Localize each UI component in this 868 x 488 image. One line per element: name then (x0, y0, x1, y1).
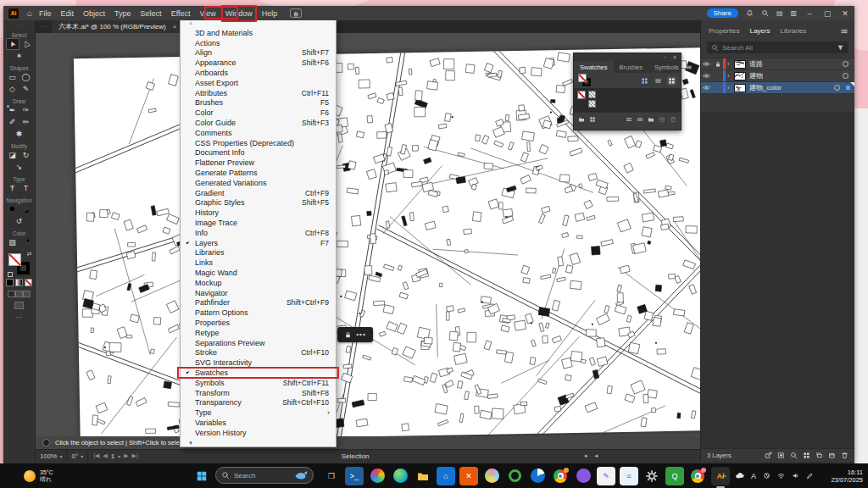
type-tool[interactable]: T (19, 182, 33, 194)
lock-icon[interactable] (712, 61, 723, 68)
weather-widget[interactable]: 35°C 晴れ (24, 469, 53, 483)
eyedropper-tool[interactable] (19, 236, 33, 248)
menu-item-magic-wand[interactable]: Magic Wand (181, 268, 336, 278)
panel-tab-layers[interactable]: Layers (749, 27, 770, 35)
magic-wand-tool[interactable]: ✶ (13, 50, 26, 62)
wifi-icon[interactable] (777, 472, 785, 480)
menu-file[interactable]: File (39, 9, 52, 18)
layer-name[interactable]: 道路 (749, 59, 763, 69)
menu-item-version-history[interactable]: Version History (181, 428, 336, 438)
visibility-eye-icon[interactable] (701, 72, 712, 80)
search-icon[interactable] (761, 9, 769, 17)
taskbar-app-loop-app[interactable] (505, 467, 524, 485)
rotation-select[interactable]: 0°▾ (67, 450, 88, 462)
delete-layer-icon[interactable] (841, 452, 849, 459)
swatch-swatch-themes-icon[interactable] (589, 116, 596, 123)
document-tab[interactable]: 六本木.ai* @ 100 % (RGB/Preview) × (52, 20, 183, 33)
status-arrows[interactable]: ▸ ◂ (585, 452, 600, 459)
menu-item-navigator[interactable]: Navigator (181, 288, 336, 298)
taskbar-app-pen-app[interactable]: ✎ (597, 467, 615, 485)
menu-window[interactable]: Window (225, 9, 253, 18)
panel-menu-icon[interactable] (685, 64, 693, 71)
last-artboard-icon[interactable]: ▶| (132, 452, 138, 459)
fill-stroke-proxy[interactable]: ⇄ (8, 253, 31, 275)
panel-tab-libraries[interactable]: Libraries (780, 27, 806, 35)
blob-brush-tool[interactable]: ✱ (13, 128, 26, 140)
menu-type[interactable]: Type (114, 9, 131, 18)
taskbar-search-box[interactable]: Search (215, 467, 314, 484)
layer-name[interactable]: 建物_color (749, 83, 782, 92)
menu-item-brushes[interactable]: BrushesF5 (181, 98, 336, 108)
menu-item-comments[interactable]: Comments (181, 128, 336, 138)
menu-item-swatches[interactable]: Swatches (181, 368, 336, 378)
arrange-documents-icon[interactable]: ▥ (790, 9, 797, 17)
close-panel-icon[interactable]: × (673, 54, 676, 60)
toolbar-handle[interactable]: ·· (3, 23, 35, 29)
menu-item-asset-export[interactable]: Asset Export (181, 78, 336, 88)
workspace-switcher-icon[interactable]: ▤ (776, 9, 783, 17)
close-tab-icon[interactable]: × (173, 23, 177, 30)
clock-sync-icon[interactable] (763, 472, 771, 480)
new-swatch-icon[interactable] (659, 116, 665, 123)
taskbar-app-pie-app[interactable] (528, 467, 547, 485)
home-icon[interactable]: ⌂ (27, 9, 32, 18)
minimize-button[interactable]: – (804, 9, 815, 18)
layer-row-color[interactable]: ›建物_color (701, 82, 854, 94)
menu-effect[interactable]: Effect (171, 9, 191, 18)
taskbar-app-settings[interactable] (643, 467, 661, 485)
menu-item-symbols[interactable]: SymbolsShift+Ctrl+F11 (181, 378, 336, 388)
none-swatch[interactable] (577, 91, 586, 99)
delete-swatch-icon[interactable] (670, 116, 676, 123)
scale-tool[interactable]: ↘ (13, 161, 26, 173)
visibility-eye-icon[interactable] (701, 84, 712, 92)
swatch-list[interactable] (574, 88, 681, 112)
filter-funnel-icon[interactable] (837, 44, 844, 52)
taskbar-app-chrome-profile-2[interactable] (688, 467, 707, 485)
menu-item-type[interactable]: Type› (181, 408, 336, 418)
menu-item-generate-patterns[interactable]: Generate Patterns (181, 168, 336, 178)
color-button[interactable] (6, 279, 14, 286)
menu-item-pattern-options[interactable]: Pattern Options (181, 308, 336, 318)
hand-tool[interactable] (19, 203, 33, 215)
rectangle-tool[interactable]: ▭ (6, 71, 19, 83)
zoom-level-select[interactable]: 100%▾ (36, 450, 67, 462)
menu-item-generated-variations[interactable]: Generated Variations (181, 178, 336, 188)
target-circle-icon[interactable] (843, 61, 849, 67)
taskbar-app-orange-app[interactable]: ✕ (459, 467, 478, 485)
expand-chevron-icon[interactable]: › (727, 84, 734, 92)
taskbar-clock[interactable]: 16:11 23/07/2025 (831, 469, 863, 484)
new-sublayer-icon[interactable] (815, 452, 823, 459)
taskbar-app-powershell[interactable]: >_ (345, 467, 364, 485)
restore-button[interactable]: ▢ (822, 9, 832, 18)
pen-tool[interactable]: ✒ (6, 104, 19, 116)
layer-row-[interactable]: ›道路 (701, 58, 854, 70)
none-button[interactable] (25, 279, 32, 286)
layers-search-field[interactable]: Search All (707, 42, 849, 53)
menu-item-libraries[interactable]: Libraries (181, 248, 336, 258)
fill-proxy-none[interactable] (578, 74, 587, 82)
menu-item-pathfinder[interactable]: PathfinderShift+Ctrl+F9 (181, 298, 336, 308)
pattern-swatch[interactable] (588, 91, 596, 98)
onedrive-cloud-icon[interactable] (735, 471, 744, 480)
eraser-tool[interactable]: ◪ (6, 149, 19, 161)
menu-item-color-guide[interactable]: Color GuideShift+F3 (181, 118, 336, 128)
target-circle-icon[interactable] (834, 85, 840, 91)
screen-mode-button[interactable] (14, 302, 24, 309)
visibility-eye-icon[interactable] (701, 60, 712, 68)
expand-chevron-icon[interactable]: › (727, 72, 734, 80)
menu-edit[interactable]: Edit (61, 9, 75, 18)
swatch-options-icon[interactable] (637, 116, 643, 123)
make-mask-icon[interactable] (803, 452, 810, 459)
rotate-view-tool[interactable]: ↺ (13, 215, 26, 227)
menu-item-links[interactable]: Links (181, 258, 336, 268)
taskbar-app-qgis[interactable]: Q (665, 467, 684, 485)
fill-swatch-none[interactable] (8, 253, 21, 266)
menu-item-appearance[interactable]: AppearanceShift+F6 (181, 58, 336, 68)
touch-workspace-icon[interactable] (290, 8, 302, 18)
draw-behind-mode[interactable] (15, 291, 23, 297)
menu-item-info[interactable]: InfoCtrl+F8 (181, 228, 336, 238)
gradient-button[interactable] (15, 279, 23, 286)
menu-item-css-properties-deprecated[interactable]: CSS Properties (Deprecated) (181, 138, 336, 148)
swatch-kinds-icon[interactable] (640, 76, 649, 86)
swatches-tab-brushes[interactable]: Brushes (614, 61, 649, 73)
